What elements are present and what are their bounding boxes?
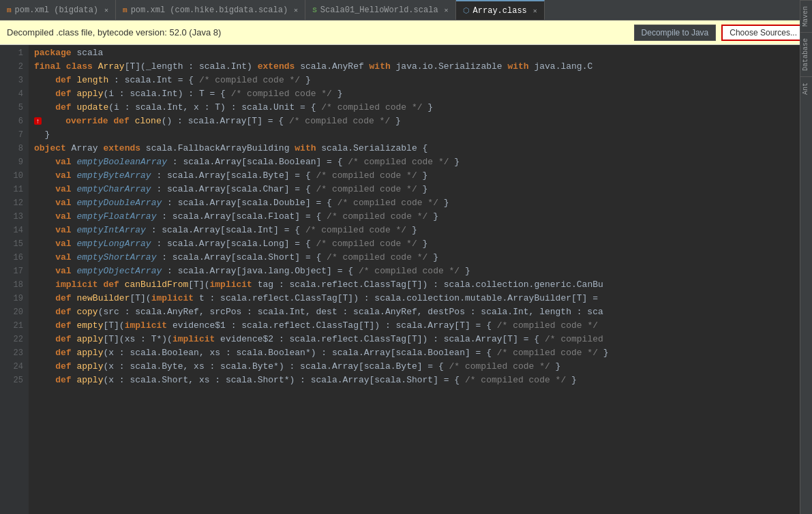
code-content[interactable]: package scalafinal class Array[T](_lengt… bbox=[29, 45, 805, 514]
tab-close-scala01[interactable]: ✕ bbox=[445, 6, 449, 14]
line-number: 13 bbox=[0, 210, 23, 224]
side-panel-labels: Maven Database Ant bbox=[800, 45, 812, 514]
line-number: 23 bbox=[0, 346, 23, 360]
line-number: 17 bbox=[0, 264, 23, 278]
line-number: 11 bbox=[0, 183, 23, 196]
code-line: val emptyCharArray : scala.Array[scala.C… bbox=[34, 183, 805, 196]
code-line: def update(i : scala.Int, x : T) : scala… bbox=[34, 101, 805, 115]
tab-icon-s: S bbox=[312, 6, 317, 14]
tab-icon-m: m bbox=[7, 6, 12, 14]
tab-close[interactable]: ✕ bbox=[104, 6, 108, 14]
info-bar: Decompiled .class file, bytecode version… bbox=[0, 20, 812, 45]
line-number: 9 bbox=[0, 155, 23, 169]
line-number: 15 bbox=[0, 237, 23, 251]
line-number: 14 bbox=[0, 224, 23, 237]
line-number: 5 bbox=[0, 101, 23, 115]
line-number: 10 bbox=[0, 169, 23, 183]
code-line: final class Array[T](_length : scala.Int… bbox=[34, 60, 805, 74]
code-line: val emptyByteArray : scala.Array[scala.B… bbox=[34, 169, 805, 183]
tab-pom-hike[interactable]: m pom.xml (com.hike.bigdata.scala) ✕ bbox=[116, 0, 305, 20]
tab-label-array: Array.class bbox=[473, 6, 527, 16]
code-line: val emptyObjectArray : scala.Array[java.… bbox=[34, 264, 805, 278]
tab-icon-m2: m bbox=[123, 6, 127, 14]
code-line: def apply(x : scala.Short, xs : scala.Sh… bbox=[34, 374, 805, 387]
code-area: 1234567891011121314151617181920212223242… bbox=[0, 45, 812, 514]
tab-bar: m pom.xml (bigdata) ✕ m pom.xml (com.hik… bbox=[0, 0, 812, 20]
line-number: 3 bbox=[0, 74, 23, 87]
info-bar-text: Decompiled .class file, bytecode version… bbox=[7, 27, 221, 37]
line-number: 8 bbox=[0, 142, 23, 155]
code-line: val emptyIntArray : scala.Array[scala.In… bbox=[34, 224, 805, 237]
tab-scala01[interactable]: S Scala01_HelloWorld.scala ✕ bbox=[305, 0, 455, 20]
code-line: def copy(src : scala.AnyRef, srcPos : sc… bbox=[34, 305, 805, 319]
code-line: def apply(x : scala.Byte, xs : scala.Byt… bbox=[34, 360, 805, 374]
code-line: implicit def canBuildFrom[T](implicit ta… bbox=[34, 278, 805, 292]
code-line: ↑ override def clone() : scala.Array[T] … bbox=[34, 115, 805, 128]
line-number: 6 bbox=[0, 115, 23, 128]
line-number: 25 bbox=[0, 374, 23, 387]
tab-label-scala01: Scala01_HelloWorld.scala bbox=[320, 5, 438, 15]
line-number: 12 bbox=[0, 196, 23, 210]
tab-pom-bigdata[interactable]: m pom.xml (bigdata) ✕ bbox=[0, 0, 116, 20]
code-line: val emptyLongArray : scala.Array[scala.L… bbox=[34, 237, 805, 251]
line-number: 18 bbox=[0, 278, 23, 292]
line-number: 2 bbox=[0, 60, 23, 74]
line-number: 4 bbox=[0, 87, 23, 101]
info-bar-actions: Decompile to Java Choose Sources... bbox=[634, 25, 805, 41]
tab-array-class[interactable]: ⬡ Array.class ✕ bbox=[456, 0, 545, 20]
line-number: 24 bbox=[0, 360, 23, 374]
decompile-to-java-button[interactable]: Decompile to Java bbox=[634, 25, 717, 41]
code-line: object Array extends scala.FallbackArray… bbox=[34, 142, 805, 155]
code-line: def apply(i : scala.Int) : T = { /* comp… bbox=[34, 87, 805, 101]
code-line: val emptyDoubleArray : scala.Array[scala… bbox=[34, 196, 805, 210]
code-line: def apply[T](xs : T*)(implicit evidence$… bbox=[34, 333, 805, 346]
tab-icon-class: ⬡ bbox=[463, 6, 470, 15]
line-number: 7 bbox=[0, 128, 23, 142]
tab-label-hike: pom.xml (com.hike.bigdata.scala) bbox=[131, 5, 288, 15]
code-line: def newBuilder[T](implicit t : scala.ref… bbox=[34, 292, 805, 305]
line-number: 21 bbox=[0, 319, 23, 333]
code-line: def apply(x : scala.Boolean, xs : scala.… bbox=[34, 346, 805, 360]
line-number: 1 bbox=[0, 46, 23, 60]
line-number: 22 bbox=[0, 333, 23, 346]
tab-label: pom.xml (bigdata) bbox=[15, 5, 98, 15]
code-line: val emptyFloatArray : scala.Array[scala.… bbox=[34, 210, 805, 224]
tab-close-array[interactable]: ✕ bbox=[533, 7, 537, 15]
choose-sources-button[interactable]: Choose Sources... bbox=[721, 25, 805, 41]
override-marker: ↑ bbox=[34, 117, 42, 125]
code-line: val emptyBooleanArray : scala.Array[scal… bbox=[34, 155, 805, 169]
code-line: def length : scala.Int = { /* compiled c… bbox=[34, 74, 805, 87]
line-numbers: 1234567891011121314151617181920212223242… bbox=[0, 45, 29, 514]
line-number: 16 bbox=[0, 251, 23, 264]
line-number: 19 bbox=[0, 292, 23, 305]
line-number: 20 bbox=[0, 305, 23, 319]
code-line: } bbox=[34, 128, 805, 142]
database-label[interactable]: Database bbox=[800, 45, 812, 76]
tab-close-hike[interactable]: ✕ bbox=[294, 6, 298, 14]
ant-label[interactable]: Ant bbox=[800, 76, 812, 100]
code-line: val emptyShortArray : scala.Array[scala.… bbox=[34, 251, 805, 264]
code-line: package scala bbox=[34, 46, 805, 60]
code-line: def empty[T](implicit evidence$1 : scala… bbox=[34, 319, 805, 333]
